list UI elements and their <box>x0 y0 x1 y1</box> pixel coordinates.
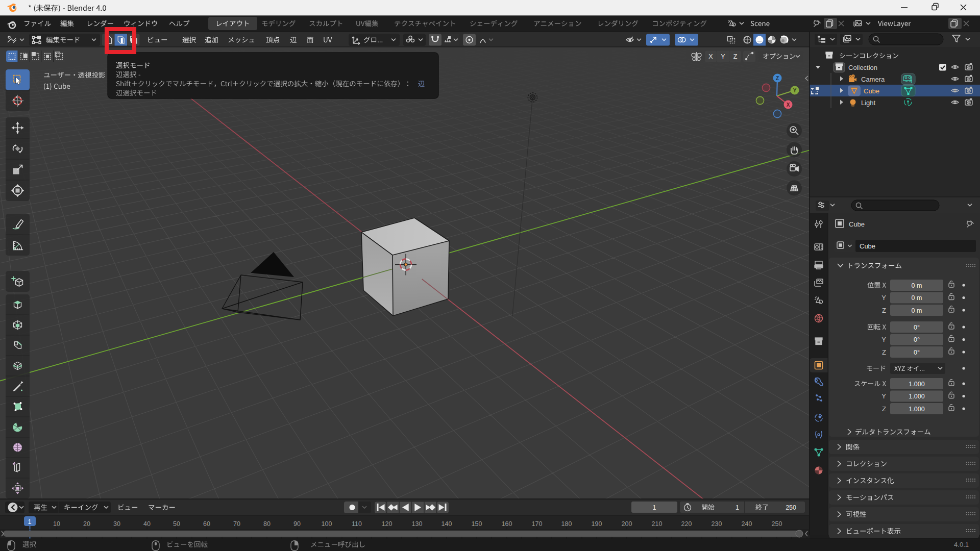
svg-text:Camera: Camera <box>861 76 885 83</box>
svg-text:170: 170 <box>532 520 543 528</box>
svg-text:Cube: Cube <box>864 87 879 95</box>
svg-text:1.000: 1.000 <box>909 406 924 413</box>
svg-text:X: X <box>787 102 790 108</box>
svg-text:Cube: Cube <box>849 220 865 228</box>
svg-text:80: 80 <box>263 520 271 528</box>
svg-text:70: 70 <box>233 520 240 528</box>
svg-text:Cube: Cube <box>860 242 875 250</box>
svg-text:220: 220 <box>681 520 692 528</box>
svg-text:100: 100 <box>322 520 332 528</box>
svg-text:0 m: 0 m <box>912 294 922 302</box>
svg-text:0°: 0° <box>914 324 920 331</box>
svg-text:250: 250 <box>772 520 782 528</box>
svg-text:0 m: 0 m <box>912 307 922 314</box>
svg-text:X: X <box>708 53 713 60</box>
svg-text:240: 240 <box>742 520 752 528</box>
svg-text:50: 50 <box>173 520 180 528</box>
svg-text:150: 150 <box>472 520 482 528</box>
svg-text:0°: 0° <box>914 336 920 343</box>
svg-text:10: 10 <box>53 520 60 528</box>
svg-text:Collection: Collection <box>848 64 877 71</box>
svg-text:130: 130 <box>412 520 423 528</box>
svg-text:200: 200 <box>622 520 632 528</box>
svg-text:0 m: 0 m <box>912 282 922 289</box>
svg-text:60: 60 <box>203 520 210 528</box>
svg-text:160: 160 <box>502 520 512 528</box>
svg-text:1.000: 1.000 <box>909 381 924 388</box>
svg-text:1: 1 <box>653 504 656 511</box>
svg-text:Z: Z <box>882 405 886 413</box>
svg-text:Z: Z <box>882 307 886 314</box>
svg-text:4.0.1: 4.0.1 <box>954 541 969 548</box>
svg-text:90: 90 <box>293 520 301 528</box>
svg-text:Y: Y <box>721 53 725 60</box>
svg-text:Y: Y <box>881 392 886 400</box>
svg-text:Z: Z <box>776 76 779 81</box>
svg-text:1.000: 1.000 <box>909 393 924 400</box>
svg-text:110: 110 <box>352 520 362 528</box>
svg-text:0°: 0° <box>914 349 920 356</box>
svg-text:210: 210 <box>652 520 663 528</box>
svg-text:Y: Y <box>881 294 886 302</box>
svg-text:Y: Y <box>793 88 797 93</box>
svg-text:Light: Light <box>861 99 876 107</box>
svg-text:Z: Z <box>882 348 886 356</box>
svg-text:140: 140 <box>442 520 452 528</box>
svg-text:250: 250 <box>786 504 796 511</box>
svg-text:20: 20 <box>83 520 90 528</box>
svg-text:1: 1 <box>736 504 739 511</box>
svg-text:120: 120 <box>382 520 393 528</box>
svg-text:1: 1 <box>28 518 32 525</box>
svg-text:Y: Y <box>881 336 886 343</box>
svg-text:Z: Z <box>733 53 738 60</box>
svg-text:40: 40 <box>143 520 151 528</box>
svg-text:30: 30 <box>113 520 120 528</box>
svg-text:230: 230 <box>712 520 722 528</box>
svg-text:180: 180 <box>561 520 572 528</box>
svg-text:190: 190 <box>592 520 602 528</box>
